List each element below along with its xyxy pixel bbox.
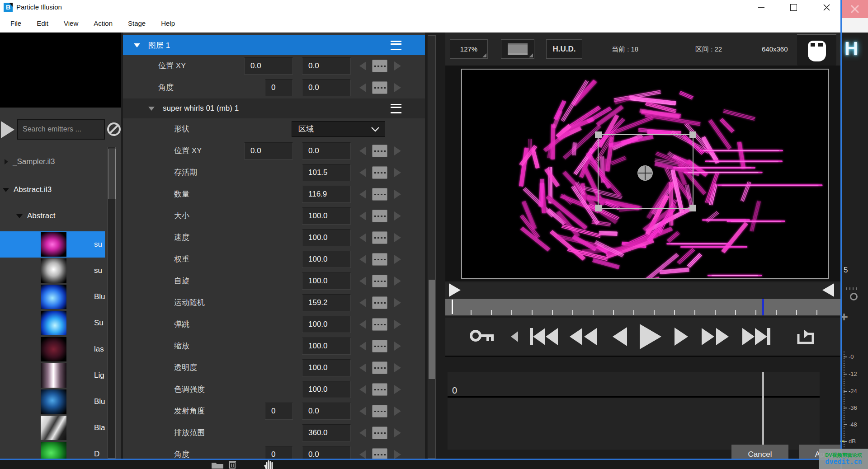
next-keyframe-icon[interactable]	[394, 428, 401, 437]
next-keyframe-icon[interactable]	[394, 190, 401, 199]
range-end-handle[interactable]	[822, 283, 834, 297]
expanded-triangle-icon[interactable]	[16, 214, 23, 218]
prev-keyframe-icon[interactable]	[359, 407, 366, 416]
library-item[interactable]: su	[0, 258, 121, 284]
prev-keyframe-icon[interactable]	[359, 363, 366, 372]
library-item[interactable]: Blu	[0, 284, 121, 310]
parameter-graph-panel[interactable]: 0	[448, 372, 820, 450]
next-keyframe-icon[interactable]	[394, 83, 401, 92]
param-value[interactable]: 101.5	[302, 164, 351, 181]
keyframe-graph-button[interactable]	[372, 275, 387, 287]
keyframe-graph-button[interactable]	[372, 318, 387, 331]
mouse-mode-panel[interactable]	[797, 34, 836, 66]
param-value[interactable]: 0.0	[302, 57, 351, 75]
param-value[interactable]: 360.0	[302, 424, 351, 441]
keyframe-button[interactable]	[470, 318, 495, 356]
prev-keyframe-icon[interactable]	[359, 168, 366, 177]
layer-header[interactable]: 图层 1	[123, 35, 425, 55]
keyframe-graph-button[interactable]	[372, 427, 387, 439]
close-button[interactable]	[816, 0, 837, 14]
layer-menu-icon[interactable]	[391, 41, 401, 50]
keyframe-graph-button[interactable]	[372, 253, 387, 266]
param-value-x[interactable]: 0.0	[244, 57, 293, 75]
next-keyframe-icon[interactable]	[394, 450, 401, 459]
selection-handle[interactable]	[689, 131, 696, 138]
sidebar-scrollbar-thumb[interactable]	[108, 149, 116, 199]
library-item[interactable]: Lig	[0, 362, 121, 389]
knob-icon[interactable]	[850, 293, 858, 300]
search-input[interactable]	[17, 119, 105, 140]
param-value[interactable]: 100.0	[302, 316, 351, 333]
hud-toggle-button[interactable]: H.U.D.	[546, 39, 582, 59]
keyframe-graph-button[interactable]	[372, 383, 387, 396]
timeline-playhead[interactable]	[762, 299, 764, 315]
next-keyframe-icon[interactable]	[394, 146, 401, 155]
selection-handle[interactable]	[595, 205, 602, 211]
tree-item-sampler[interactable]: _Sampler.il3	[0, 155, 55, 169]
emitter-header[interactable]: super whirls 01 (mb) 1	[123, 98, 425, 118]
param-value[interactable]: 100.0	[302, 229, 351, 246]
expanded-triangle-icon[interactable]	[134, 43, 140, 47]
library-item[interactable]: Bla	[0, 415, 121, 441]
properties-scrollbar-thumb[interactable]	[429, 280, 435, 379]
background-color-button[interactable]	[501, 39, 534, 59]
library-item[interactable]: Su	[0, 310, 121, 336]
keyframe-graph-button[interactable]	[372, 166, 387, 179]
keyframe-graph-button[interactable]	[372, 340, 387, 352]
collapsed-triangle-icon[interactable]	[5, 159, 8, 164]
keyframe-graph-button[interactable]	[372, 405, 387, 417]
param-value[interactable]: 100.0	[302, 381, 351, 398]
prev-keyframe-icon[interactable]	[359, 320, 366, 329]
tree-item-abstract-folder[interactable]: Abstract	[0, 209, 55, 223]
param-value[interactable]: 0.0	[302, 79, 351, 96]
fast-rewind-button[interactable]	[570, 318, 597, 356]
jump-to-end-button[interactable]	[742, 318, 770, 356]
next-keyframe-icon[interactable]	[394, 298, 401, 307]
prev-keyframe-icon[interactable]	[359, 61, 366, 70]
param-value[interactable]: 0.0	[302, 403, 351, 420]
library-item[interactable]: Blu	[0, 389, 121, 415]
stage-viewport[interactable]	[461, 69, 829, 279]
step-back-button[interactable]	[613, 318, 627, 356]
prev-keyframe-icon[interactable]	[359, 342, 366, 351]
next-keyframe-icon[interactable]	[394, 168, 401, 177]
fast-forward-button[interactable]	[702, 318, 729, 356]
prev-keyframe-icon[interactable]	[359, 298, 366, 307]
menu-item-view[interactable]: View	[56, 19, 86, 27]
next-keyframe-icon[interactable]	[394, 363, 401, 372]
shape-dropdown[interactable]: 区域	[292, 121, 385, 137]
param-value[interactable]: 0.0	[302, 142, 351, 159]
next-keyframe-icon[interactable]	[394, 277, 401, 286]
minimize-button[interactable]	[751, 0, 772, 14]
menu-item-stage[interactable]: Stage	[120, 19, 153, 27]
zoom-level-button[interactable]: 127%	[450, 39, 488, 59]
expanded-triangle-icon[interactable]	[3, 188, 9, 192]
param-value[interactable]: 116.9	[302, 186, 351, 203]
keyframe-graph-button[interactable]	[372, 188, 387, 201]
emitter-menu-icon[interactable]	[391, 104, 401, 113]
next-keyframe-icon[interactable]	[394, 407, 401, 416]
param-value[interactable]: 0.0	[302, 446, 351, 460]
param-value-x[interactable]: 0.0	[244, 142, 293, 159]
timeline-ruler[interactable]	[445, 299, 840, 316]
prev-keyframe-icon[interactable]	[359, 233, 366, 242]
param-value-x[interactable]: 0	[265, 403, 293, 420]
param-value[interactable]: 100.0	[302, 338, 351, 355]
menu-item-edit[interactable]: Edit	[29, 19, 56, 27]
maximize-button[interactable]	[783, 0, 804, 14]
library-item[interactable]: su	[0, 231, 121, 258]
preview-play-icon[interactable]	[1, 121, 14, 138]
param-value-x[interactable]: 0	[265, 79, 293, 96]
prev-keyframe-icon[interactable]	[359, 190, 366, 199]
tree-item-abstract-il3[interactable]: Abstract.il3	[0, 183, 52, 197]
keyframe-graph-button[interactable]	[372, 145, 387, 157]
background-close-button[interactable]	[842, 0, 868, 18]
library-item[interactable]: las	[0, 336, 121, 362]
menu-item-action[interactable]: Action	[86, 19, 120, 27]
selection-handle[interactable]	[689, 205, 696, 211]
param-value[interactable]: 100.0	[302, 272, 351, 290]
sidebar-scrollbar[interactable]	[108, 147, 116, 459]
prev-keyframe-icon[interactable]	[359, 385, 366, 394]
next-keyframe-icon[interactable]	[394, 211, 401, 220]
step-forward-button[interactable]	[675, 318, 688, 356]
